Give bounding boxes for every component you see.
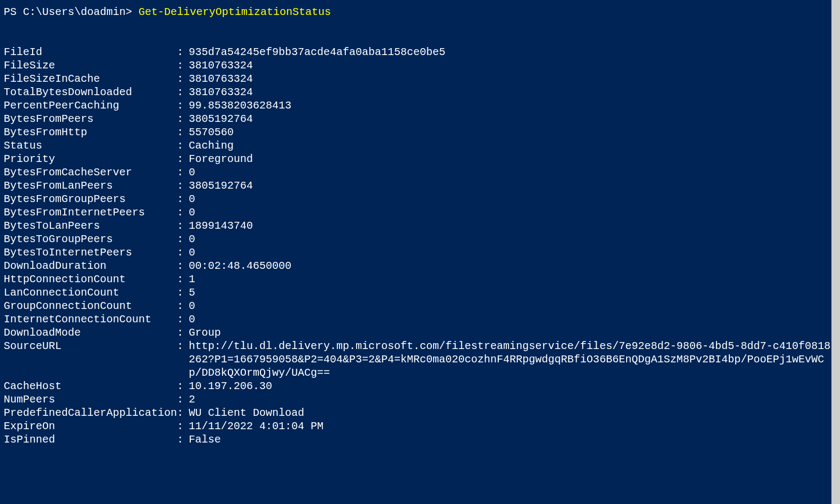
output-value: 0	[189, 192, 836, 206]
output-separator: :	[177, 339, 189, 379]
output-separator: :	[177, 232, 189, 246]
output-key: BytesFromInternetPeers	[4, 206, 177, 219]
output-separator: :	[177, 299, 189, 313]
output-key: InternetConnectionCount	[4, 313, 177, 326]
output-separator: :	[177, 59, 189, 72]
output-row: IsPinned: False	[4, 433, 836, 446]
output-row: SourceURL: http://tlu.dl.delivery.mp.mic…	[4, 339, 836, 379]
output-separator: :	[177, 166, 189, 179]
output-separator: :	[177, 286, 189, 299]
prompt-prefix: PS C:\Users\doadmin>	[4, 6, 138, 18]
output-value: 0	[189, 206, 836, 219]
output-row: GroupConnectionCount: 0	[4, 299, 836, 313]
output-key: LanConnectionCount	[4, 286, 177, 299]
output-key: PercentPeerCaching	[4, 99, 177, 112]
output-separator: :	[177, 72, 189, 86]
output-row: NumPeers: 2	[4, 393, 836, 406]
output-row: ExpireOn: 11/11/2022 4:01:04 PM	[4, 420, 836, 433]
output-separator: :	[177, 99, 189, 112]
output-separator: :	[177, 192, 189, 206]
output-row: Status: Caching	[4, 139, 836, 152]
output-value: Group	[189, 326, 836, 339]
output-value: 5	[189, 286, 836, 299]
output-separator: :	[177, 246, 189, 259]
output-value: 3805192764	[189, 112, 836, 126]
output-row: BytesToInternetPeers: 0	[4, 246, 836, 259]
output-value: 5570560	[189, 126, 836, 139]
output-value: 0	[189, 313, 836, 326]
prompt-line[interactable]: PS C:\Users\doadmin> Get-DeliveryOptimiz…	[4, 5, 836, 19]
output-row: PercentPeerCaching: 99.8538203628413	[4, 99, 836, 112]
output-row: InternetConnectionCount: 0	[4, 313, 836, 326]
output-key: FileSizeInCache	[4, 72, 177, 86]
output-row: CacheHost: 10.197.206.30	[4, 379, 836, 393]
output-value: Caching	[189, 139, 836, 152]
output-key: BytesFromHttp	[4, 126, 177, 139]
output-row: BytesFromInternetPeers: 0	[4, 206, 836, 219]
output-key: PredefinedCallerApplication	[4, 406, 177, 420]
output-row: BytesFromHttp: 5570560	[4, 126, 836, 139]
output-separator: :	[177, 152, 189, 166]
output-value: 2	[189, 393, 836, 406]
output-value: 0	[189, 246, 836, 259]
output-separator: :	[177, 326, 189, 339]
output-key: GroupConnectionCount	[4, 299, 177, 313]
output-row: HttpConnectionCount: 1	[4, 273, 836, 286]
output-separator: :	[177, 112, 189, 126]
output-key: Status	[4, 139, 177, 152]
output-key: SourceURL	[4, 339, 177, 379]
output-value: WU Client Download	[189, 406, 836, 420]
output-row: DownloadDuration: 00:02:48.4650000	[4, 259, 836, 273]
output-key: Priority	[4, 152, 177, 166]
output-separator: :	[177, 393, 189, 406]
output-row: Priority: Foreground	[4, 152, 836, 166]
output-key: DownloadMode	[4, 326, 177, 339]
output-separator: :	[177, 420, 189, 433]
output-key: ExpireOn	[4, 420, 177, 433]
output-value: 3805192764	[189, 179, 836, 192]
output-separator: :	[177, 406, 189, 420]
output-separator: :	[177, 219, 189, 232]
scrollbar-thumb[interactable]	[831, 0, 840, 504]
output-separator: :	[177, 139, 189, 152]
output-block: FileId: 935d7a54245ef9bb37acde4afa0aba11…	[4, 45, 836, 446]
output-key: FileSize	[4, 59, 177, 72]
output-key: NumPeers	[4, 393, 177, 406]
output-key: BytesFromGroupPeers	[4, 192, 177, 206]
output-row: BytesFromGroupPeers: 0	[4, 192, 836, 206]
output-key: HttpConnectionCount	[4, 273, 177, 286]
output-separator: :	[177, 379, 189, 393]
output-row: PredefinedCallerApplication: WU Client D…	[4, 406, 836, 420]
output-value: 0	[189, 232, 836, 246]
output-value: http://tlu.dl.delivery.mp.microsoft.com/…	[189, 339, 836, 379]
output-row: FileSizeInCache: 3810763324	[4, 72, 836, 86]
output-key: FileId	[4, 45, 177, 59]
output-key: IsPinned	[4, 433, 177, 446]
output-separator: :	[177, 259, 189, 273]
output-value: 99.8538203628413	[189, 99, 836, 112]
output-value: Foreground	[189, 152, 836, 166]
output-row: BytesToLanPeers: 1899143740	[4, 219, 836, 232]
output-value: 3810763324	[189, 59, 836, 72]
output-key: TotalBytesDownloaded	[4, 86, 177, 99]
output-row: FileId: 935d7a54245ef9bb37acde4afa0aba11…	[4, 45, 836, 59]
output-separator: :	[177, 126, 189, 139]
output-separator: :	[177, 273, 189, 286]
output-value: 11/11/2022 4:01:04 PM	[189, 420, 836, 433]
output-row: BytesFromLanPeers: 3805192764	[4, 179, 836, 192]
vertical-scrollbar[interactable]	[831, 0, 840, 504]
output-key: BytesFromLanPeers	[4, 179, 177, 192]
output-row: TotalBytesDownloaded: 3810763324	[4, 86, 836, 99]
output-separator: :	[177, 179, 189, 192]
output-key: BytesFromCacheServer	[4, 166, 177, 179]
output-key: BytesFromPeers	[4, 112, 177, 126]
output-row: LanConnectionCount: 5	[4, 286, 836, 299]
output-separator: :	[177, 206, 189, 219]
output-value: 0	[189, 299, 836, 313]
prompt-command: Get-DeliveryOptimizationStatus	[138, 6, 331, 18]
output-key: DownloadDuration	[4, 259, 177, 273]
output-row: FileSize: 3810763324	[4, 59, 836, 72]
output-value: 00:02:48.4650000	[189, 259, 836, 273]
output-row: BytesFromPeers: 3805192764	[4, 112, 836, 126]
output-separator: :	[177, 433, 189, 446]
